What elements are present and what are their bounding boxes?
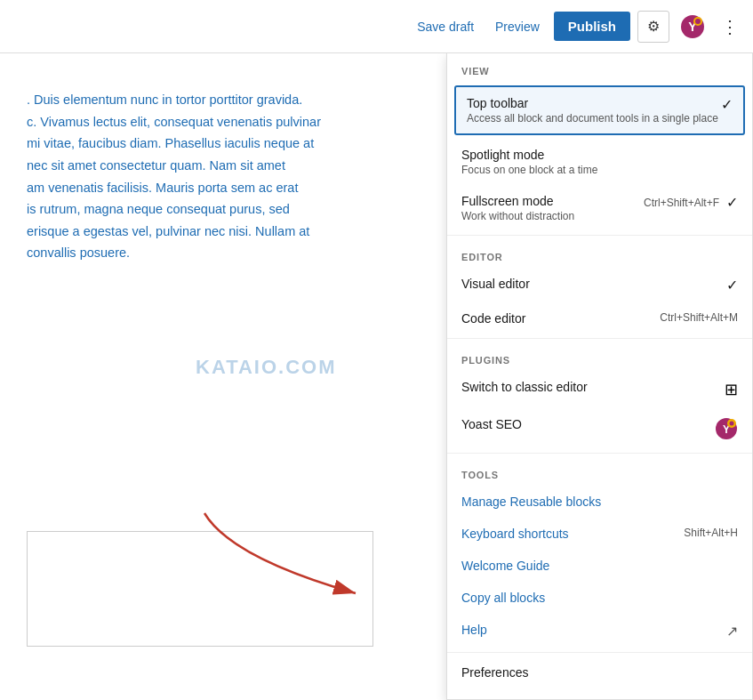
shortcut-label: Ctrl+Shift+Alt+M	[660, 311, 738, 324]
menu-item-manage-reusable[interactable]: Manage Reusable blocks	[447, 486, 752, 518]
menu-item-title: Top toolbar	[467, 96, 721, 110]
menu-item-keyboard-shortcuts[interactable]: Keyboard shortcuts Shift+Alt+H	[447, 518, 752, 550]
menu-item-classic-editor[interactable]: Switch to classic editor ⊞	[447, 371, 752, 408]
svg-point-8	[730, 422, 734, 426]
dropdown-panel: VIEW Top toolbar Access all block and do…	[446, 53, 753, 700]
grid-icon: ⊞	[725, 380, 738, 399]
divider	[447, 235, 752, 236]
menu-item-title: Preferences	[461, 665, 738, 680]
divider	[447, 652, 752, 653]
menu-item-title: Visual editor	[461, 277, 726, 291]
check-icon: ✓	[721, 96, 733, 113]
editor-section-label: EDITOR	[447, 239, 752, 268]
yoast-icon: Y	[680, 14, 705, 39]
external-link-icon: ↗︎	[726, 623, 738, 640]
menu-item-code-editor[interactable]: Code editor Ctrl+Shift+Alt+M	[447, 302, 752, 334]
view-section-label: VIEW	[447, 53, 752, 82]
menu-item-copy-all-blocks[interactable]: Copy all blocks	[447, 582, 752, 614]
menu-item-title: Fullscreen mode	[461, 194, 644, 208]
divider	[447, 338, 752, 339]
menu-item-help[interactable]: Help ↗︎	[447, 614, 752, 648]
menu-item-desc: Work without distraction	[461, 210, 644, 222]
tools-section-label: TOOLS	[447, 457, 752, 486]
gear-icon: ⚙	[647, 18, 660, 35]
svg-point-3	[695, 19, 701, 24]
menu-item-title: Spotlight mode	[461, 148, 738, 162]
empty-block[interactable]	[27, 531, 373, 647]
editor-content: . Duis elementum nunc in tortor porttito…	[0, 53, 445, 700]
menu-item-welcome-guide[interactable]: Welcome Guide	[447, 550, 752, 582]
menu-item-spotlight-mode[interactable]: Spotlight mode Focus on one block at a t…	[447, 139, 752, 185]
editor-body-text: . Duis elementum nunc in tortor porttito…	[27, 89, 418, 264]
preview-button[interactable]: Preview	[488, 14, 547, 39]
more-options-button[interactable]: ⋮	[716, 11, 744, 43]
plugins-section-label: PLUGINS	[447, 342, 752, 371]
settings-button[interactable]: ⚙	[637, 11, 669, 43]
save-draft-button[interactable]: Save draft	[410, 14, 481, 39]
menu-item-title: Keyboard shortcuts	[461, 527, 684, 541]
shortcut-label: Shift+Alt+H	[684, 527, 738, 539]
watermark: KATAIO.COM	[196, 356, 337, 379]
menu-item-title: Welcome Guide	[461, 559, 738, 573]
menu-item-top-toolbar[interactable]: Top toolbar Access all block and documen…	[454, 85, 745, 135]
menu-item-title: Help	[461, 623, 726, 637]
menu-item-title: Switch to classic editor	[461, 380, 725, 394]
menu-item-title: Yoast SEO	[461, 417, 715, 431]
yoast-plugin-icon: Y	[715, 417, 738, 440]
check-icon: ✓	[726, 277, 738, 294]
menu-item-fullscreen-mode[interactable]: Fullscreen mode Work without distraction…	[447, 185, 752, 231]
divider	[447, 453, 752, 454]
menu-item-preferences[interactable]: Preferences	[447, 656, 752, 688]
menu-item-desc: Access all block and document tools in a…	[467, 112, 721, 125]
menu-item-visual-editor[interactable]: Visual editor ✓	[447, 268, 752, 302]
menu-item-title: Code editor	[461, 311, 660, 326]
publish-button[interactable]: Publish	[554, 12, 630, 41]
menu-item-title: Copy all blocks	[461, 591, 738, 605]
yoast-button[interactable]: Y	[677, 11, 709, 43]
menu-item-yoast-seo[interactable]: Yoast SEO Y	[447, 408, 752, 449]
menu-item-desc: Focus on one block at a time	[461, 164, 738, 176]
check-icon: ✓	[726, 194, 738, 211]
top-toolbar: Save draft Preview Publish ⚙ Y ⋮	[0, 0, 753, 53]
shortcut-label: Ctrl+Shift+Alt+F	[644, 197, 719, 209]
menu-item-title: Manage Reusable blocks	[461, 495, 738, 509]
